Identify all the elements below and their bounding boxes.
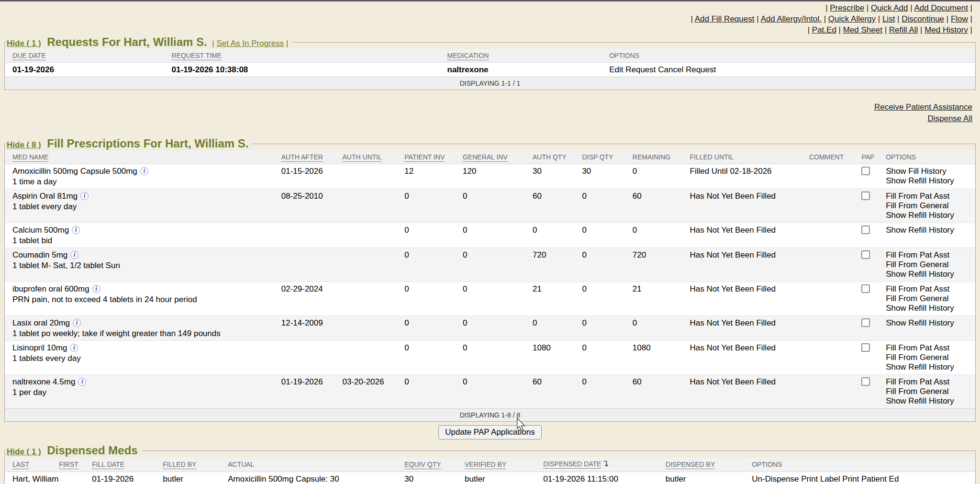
fill-col-comment: COMMENT — [809, 153, 844, 161]
fill-from-general-link[interactable]: Fill From General — [886, 387, 948, 396]
option-line: Show Refill History — [886, 304, 975, 313]
dispensed-col-last[interactable]: LAST — [12, 461, 29, 469]
drug-info-icon[interactable]: i — [72, 226, 80, 234]
top-nav: | Prescribe | Quick Add | Add Document |… — [0, 1, 980, 35]
disp-qty-cell: 0 — [574, 223, 624, 248]
fill-col-options: OPTIONS — [886, 153, 916, 161]
nav-separator: | — [754, 14, 760, 23]
drug-info-icon[interactable]: i — [73, 319, 81, 327]
pap-checkbox[interactable] — [861, 250, 870, 259]
fill-from-pat-asst-link[interactable]: Fill From Pat Asst — [886, 377, 949, 386]
show-refill-history-link[interactable]: Show Refill History — [886, 396, 954, 405]
drug-info-icon[interactable]: i — [78, 378, 86, 386]
pap-button-row: Update PAP Applications — [0, 425, 980, 439]
show-fill-history-link[interactable]: Show Fill History — [886, 167, 947, 176]
drug-info-icon[interactable]: i — [92, 285, 100, 293]
requests-col-due-date[interactable]: DUE DATE — [12, 52, 46, 60]
set-as-in-progress-link[interactable]: Set As In Progress — [216, 39, 284, 48]
dispensed-col-dispensed-date[interactable]: DISPENSED DATE — [543, 460, 601, 469]
dispensed-col-verified-by[interactable]: VERIFIED BY — [465, 461, 506, 469]
nav-link-add-fill-request[interactable]: Add Fill Request — [695, 14, 755, 23]
pap-checkbox[interactable] — [861, 167, 870, 175]
auth-until-cell — [335, 189, 397, 223]
dispensed-col-equiv-qty[interactable]: EQUIV QTY — [404, 461, 441, 469]
pap-checkbox[interactable] — [861, 284, 870, 293]
show-refill-history-link[interactable]: Show Refill History — [886, 270, 954, 279]
requests-title: Requests For Hart, William S. — [47, 35, 207, 48]
fill-col-general-inv[interactable]: GENERAL INV — [463, 153, 508, 162]
show-refill-history-link[interactable]: Show Refill History — [886, 304, 954, 313]
nav-link-flow[interactable]: Flow — [951, 14, 968, 23]
nav-separator: | — [895, 14, 902, 23]
nav-link-add-document[interactable]: Add Document — [914, 3, 968, 12]
filled-until-cell: Has Not Yet Been Filled — [682, 223, 802, 248]
filled-until-cell: Has Not Yet Been Filled — [682, 316, 802, 341]
fill-col-med-name[interactable]: MED NAME — [12, 153, 48, 162]
show-refill-history-link[interactable]: Show Refill History — [886, 176, 954, 185]
fill-from-general-link[interactable]: Fill From General — [886, 353, 948, 362]
nav-link-discontinue[interactable]: Discontinue — [902, 14, 944, 23]
cancel-request-link[interactable]: Cancel Request — [658, 65, 716, 74]
prescription-row: Calcium 500mgi1 tablet bid00000Has Not Y… — [5, 223, 975, 248]
patient-inv-cell: 0 — [397, 189, 455, 223]
nav-link-prescribe[interactable]: Prescribe — [830, 3, 864, 12]
drug-info-icon[interactable]: i — [70, 344, 78, 352]
dispensed-col-first[interactable]: FIRST — [59, 461, 78, 469]
fill-from-pat-asst-link[interactable]: Fill From Pat Asst — [886, 191, 949, 201]
fill-from-pat-asst-link[interactable]: Fill From Pat Asst — [886, 250, 949, 259]
fill-col-patient-inv[interactable]: PATIENT INV — [404, 153, 445, 162]
requests-col-request-time[interactable]: REQUEST TIME — [172, 52, 222, 60]
nav-link-quick-allergy[interactable]: Quick Allergy — [828, 14, 876, 23]
drug-info-icon[interactable]: i — [80, 192, 89, 200]
hide-fill-link[interactable]: Hide ( 8 ) — [7, 140, 41, 149]
nav-link-med-sheet[interactable]: Med Sheet — [843, 25, 882, 34]
update-pap-applications-button[interactable]: Update PAP Applications — [438, 425, 541, 439]
show-refill-history-link[interactable]: Show Refill History — [886, 211, 954, 220]
show-refill-history-link[interactable]: Show Refill History — [886, 362, 954, 371]
sort-descending-icon — [603, 461, 608, 469]
nav-link-quick-add[interactable]: Quick Add — [871, 3, 908, 12]
remaining-cell: 21 — [625, 282, 682, 316]
drug-info-icon[interactable]: i — [140, 167, 148, 175]
disp-qty-cell: 0 — [574, 341, 624, 375]
nav-link-list[interactable]: List — [882, 14, 895, 23]
fill-col-auth-qty: AUTH QTY — [533, 153, 567, 161]
requests-col-medication[interactable]: MEDICATION — [447, 52, 489, 60]
fill-col-auth-after[interactable]: AUTH AFTER — [281, 153, 323, 162]
comment-cell — [802, 223, 854, 248]
un-dispense-link[interactable]: Un-Dispense — [752, 474, 799, 484]
pap-checkbox[interactable] — [861, 191, 870, 200]
dispensed-col-fill-date[interactable]: FILL DATE — [92, 461, 124, 469]
fill-from-pat-asst-link[interactable]: Fill From Pat Asst — [886, 284, 949, 293]
hide-requests-link[interactable]: Hide ( 1 ) — [7, 39, 41, 48]
fill-from-general-link[interactable]: Fill From General — [886, 294, 948, 303]
dispensed-col-dispensed-by[interactable]: DISPENSED BY — [666, 461, 715, 469]
show-refill-history-link[interactable]: Show Refill History — [886, 225, 954, 235]
nav-link-pat-ed[interactable]: Pat.Ed — [812, 25, 836, 34]
nav-link-med-history[interactable]: Med History — [924, 25, 968, 34]
print-label-link[interactable]: Print Label — [801, 474, 840, 484]
dispensed-meds-section: Hide ( 1 ) Dispensed Meds LASTFIRSTFILL … — [4, 444, 976, 484]
dispense-all-link[interactable]: Dispense All — [927, 113, 972, 124]
fill-from-general-link[interactable]: Fill From General — [886, 201, 948, 210]
nav-link-add-allergy-intol[interactable]: Add Allergy/Intol. — [760, 14, 822, 23]
prescription-row: Lisinopril 10mgi1 tablets every day00108… — [5, 341, 975, 375]
drug-info-icon[interactable]: i — [70, 251, 78, 259]
pap-checkbox[interactable] — [861, 225, 870, 234]
pap-checkbox[interactable] — [861, 318, 870, 327]
fill-from-pat-asst-link[interactable]: Fill From Pat Asst — [886, 343, 949, 352]
filled-until-cell: Has Not Yet Been Filled — [682, 375, 802, 409]
dispensed-col-filled-by[interactable]: FILLED BY — [163, 461, 196, 469]
edit-request-link[interactable]: Edit Request — [609, 65, 656, 74]
print-patient-ed-link[interactable]: Print Patient Ed — [842, 474, 899, 484]
receive-patient-assistance-link[interactable]: Receive Patient Assistance — [874, 101, 972, 113]
fill-col-auth-until[interactable]: AUTH UNTIL — [343, 153, 382, 162]
fill-from-general-link[interactable]: Fill From General — [886, 260, 948, 269]
option-line: Show Refill History — [886, 176, 975, 186]
remaining-cell: 0 — [625, 316, 682, 341]
hide-dispensed-link[interactable]: Hide ( 1 ) — [7, 447, 41, 456]
nav-link-refill-all[interactable]: Refill All — [889, 25, 918, 34]
pap-checkbox[interactable] — [861, 377, 870, 386]
show-refill-history-link[interactable]: Show Refill History — [886, 318, 954, 327]
pap-checkbox[interactable] — [861, 343, 870, 352]
